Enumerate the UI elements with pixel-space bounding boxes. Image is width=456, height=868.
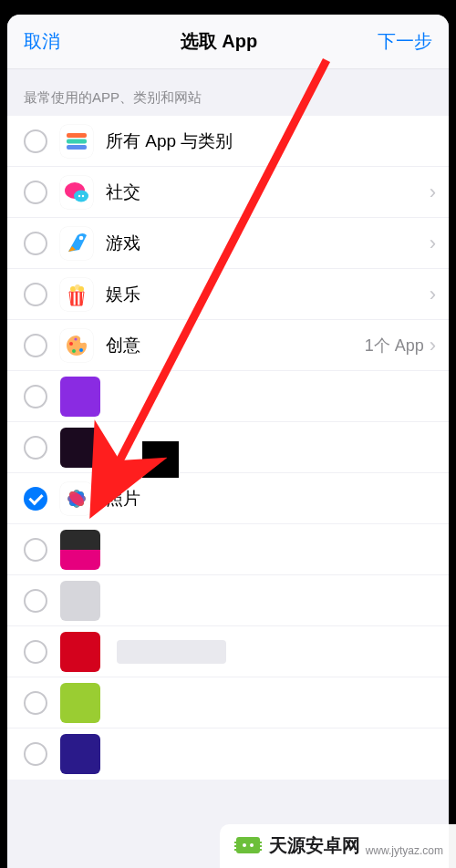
- radio-unchecked[interactable]: [24, 691, 47, 715]
- row-censored[interactable]: [7, 422, 449, 473]
- app-tile-censored: [60, 632, 100, 672]
- radio-unchecked[interactable]: [24, 436, 47, 460]
- photos-icon: [60, 482, 93, 515]
- watermark-logo-icon: [234, 832, 262, 859]
- svg-point-35: [250, 843, 254, 847]
- watermark-url: www.jytyaz.com: [366, 844, 443, 857]
- censor-block: [142, 441, 179, 478]
- svg-rect-32: [259, 845, 262, 847]
- svg-point-17: [74, 337, 77, 340]
- row-creative[interactable]: 创意 1个 App ›: [7, 320, 449, 371]
- row-label: 照片: [106, 487, 436, 511]
- svg-point-13: [78, 286, 84, 292]
- rocket-icon: [60, 227, 93, 260]
- row-label: 游戏: [106, 232, 430, 255]
- svg-rect-9: [76, 292, 78, 305]
- radio-unchecked[interactable]: [24, 181, 47, 204]
- row-label: 所有 App 与类别: [106, 129, 436, 153]
- app-tile-censored: [60, 734, 100, 774]
- svg-point-4: [74, 190, 88, 202]
- watermark-brand: 天源安卓网: [269, 833, 360, 858]
- row-censored[interactable]: [7, 575, 449, 626]
- row-label: 娱乐: [106, 283, 430, 306]
- row-all-apps[interactable]: 所有 App 与类别: [7, 116, 449, 167]
- label-censored: [117, 640, 226, 664]
- svg-point-16: [79, 348, 83, 352]
- chevron-right-icon: ›: [430, 233, 436, 253]
- radio-checked[interactable]: [24, 487, 47, 511]
- palette-icon: [60, 329, 93, 362]
- svg-rect-31: [259, 842, 262, 843]
- row-social[interactable]: 社交 ›: [7, 167, 449, 218]
- row-entertainment[interactable]: 娱乐 ›: [7, 269, 449, 320]
- watermark: 天源安卓网 www.jytyaz.com: [220, 824, 456, 868]
- modal-title: 选取 App: [181, 29, 257, 54]
- app-tile-censored: [60, 683, 100, 723]
- svg-point-34: [243, 843, 246, 847]
- popcorn-icon: [60, 278, 93, 311]
- row-label: 社交: [106, 181, 430, 204]
- svg-rect-8: [71, 292, 74, 305]
- radio-unchecked[interactable]: [24, 742, 47, 766]
- chevron-right-icon: ›: [430, 284, 436, 305]
- row-games[interactable]: 游戏 ›: [7, 218, 449, 269]
- svg-rect-33: [259, 849, 262, 851]
- chevron-right-icon: ›: [430, 182, 436, 202]
- row-censored[interactable]: [7, 626, 449, 677]
- app-tile-censored: [60, 581, 100, 621]
- radio-unchecked[interactable]: [24, 385, 47, 408]
- app-tile-censored: [60, 530, 100, 570]
- next-button[interactable]: 下一步: [378, 29, 432, 54]
- chat-icon: [60, 176, 93, 209]
- radio-unchecked[interactable]: [24, 283, 47, 306]
- svg-point-7: [79, 235, 84, 240]
- svg-point-15: [72, 349, 76, 353]
- row-censored[interactable]: [7, 728, 449, 780]
- modal-sheet: 取消 选取 App 下一步 最常使用的APP、类别和网站 所有 App 与类别 …: [7, 15, 449, 868]
- row-detail: 1个 App: [365, 335, 424, 356]
- app-category-list: 所有 App 与类别 社交 › 游戏 › 娱乐 ›: [7, 116, 449, 780]
- modal-header: 取消 选取 App 下一步: [7, 15, 449, 69]
- row-censored[interactable]: [7, 524, 449, 575]
- svg-rect-0: [67, 133, 87, 138]
- row-label: 创意: [106, 334, 365, 357]
- svg-point-5: [78, 194, 80, 196]
- app-tile-censored: [60, 428, 100, 468]
- radio-unchecked[interactable]: [24, 129, 47, 153]
- app-tile-censored: [60, 377, 100, 417]
- radio-unchecked[interactable]: [24, 589, 47, 613]
- radio-unchecked[interactable]: [24, 334, 47, 357]
- svg-rect-29: [234, 845, 237, 847]
- cancel-button[interactable]: 取消: [24, 29, 60, 54]
- row-photos[interactable]: 照片: [7, 473, 449, 524]
- svg-rect-27: [236, 837, 260, 853]
- svg-point-6: [82, 194, 84, 196]
- radio-unchecked[interactable]: [24, 232, 47, 255]
- section-header: 最常使用的APP、类别和网站: [7, 69, 449, 116]
- svg-rect-28: [234, 842, 237, 843]
- svg-rect-30: [234, 849, 237, 851]
- svg-rect-10: [79, 292, 82, 305]
- row-censored[interactable]: [7, 677, 449, 728]
- svg-rect-2: [67, 145, 87, 150]
- chevron-right-icon: ›: [430, 336, 436, 356]
- radio-unchecked[interactable]: [24, 538, 47, 562]
- radio-unchecked[interactable]: [24, 640, 47, 664]
- svg-rect-1: [67, 139, 87, 143]
- svg-point-14: [69, 342, 73, 346]
- stack-icon: [60, 125, 93, 158]
- row-censored[interactable]: [7, 371, 449, 422]
